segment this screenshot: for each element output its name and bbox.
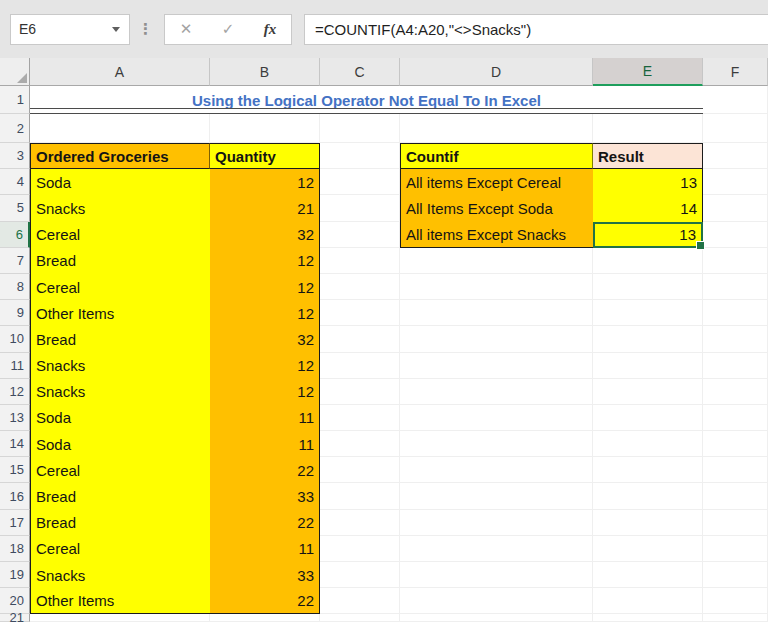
cell-D6[interactable]: All items Except Snacks — [400, 222, 593, 248]
cell-D19[interactable] — [400, 562, 593, 588]
cell-B17[interactable]: 22 — [210, 510, 320, 536]
cell-B6[interactable]: 32 — [210, 222, 320, 248]
cell-D21[interactable] — [400, 614, 593, 622]
column-header-C[interactable]: C — [320, 58, 400, 86]
cell-D3[interactable]: Countif — [400, 143, 593, 169]
row-header-11[interactable]: 11 — [0, 353, 30, 379]
cell-C13[interactable] — [320, 405, 400, 431]
cell-A18[interactable]: Cereal — [30, 536, 210, 562]
row-header-12[interactable]: 12 — [0, 379, 30, 405]
cell-D16[interactable] — [400, 483, 593, 509]
row-header-14[interactable]: 14 — [0, 431, 30, 457]
select-all-corner[interactable] — [0, 58, 30, 86]
cell-E4[interactable]: 13 — [593, 169, 703, 195]
cell-B7[interactable]: 12 — [210, 248, 320, 274]
cell-F19[interactable] — [703, 562, 768, 588]
cell-E20[interactable] — [593, 588, 703, 614]
cancel-icon[interactable]: ✕ — [180, 20, 193, 38]
cell-C7[interactable] — [320, 248, 400, 274]
cell-D8[interactable] — [400, 274, 593, 300]
cell-E19[interactable] — [593, 562, 703, 588]
name-box[interactable]: E6 — [10, 14, 130, 45]
cell-C4[interactable] — [320, 169, 400, 195]
cell-E11[interactable] — [593, 353, 703, 379]
cell-C21[interactable] — [320, 614, 400, 622]
cell-B11[interactable]: 12 — [210, 353, 320, 379]
cell-C9[interactable] — [320, 300, 400, 326]
cell-E8[interactable] — [593, 274, 703, 300]
cell-A7[interactable]: Bread — [30, 248, 210, 274]
row-header-13[interactable]: 13 — [0, 405, 30, 431]
cell-E18[interactable] — [593, 536, 703, 562]
cell-B21[interactable] — [210, 614, 320, 622]
cell-F14[interactable] — [703, 431, 768, 457]
row-header-15[interactable]: 15 — [0, 457, 30, 483]
cell-D17[interactable] — [400, 510, 593, 536]
row-header-17[interactable]: 17 — [0, 510, 30, 536]
cell-D10[interactable] — [400, 326, 593, 352]
cell-B14[interactable]: 11 — [210, 431, 320, 457]
row-header-7[interactable]: 7 — [0, 248, 30, 274]
cell-A15[interactable]: Cereal — [30, 457, 210, 483]
cell-C2[interactable] — [320, 114, 400, 143]
cell-C15[interactable] — [320, 457, 400, 483]
cell-F20[interactable] — [703, 588, 768, 614]
row-header-8[interactable]: 8 — [0, 274, 30, 300]
cell-F12[interactable] — [703, 379, 768, 405]
cell-F15[interactable] — [703, 457, 768, 483]
cell-F21[interactable] — [703, 614, 768, 622]
row-header-1[interactable]: 1 — [0, 86, 30, 114]
cell-A10[interactable]: Bread — [30, 326, 210, 352]
cell-D7[interactable] — [400, 248, 593, 274]
column-header-E[interactable]: E — [593, 58, 703, 86]
cell-F16[interactable] — [703, 483, 768, 509]
cell-D15[interactable] — [400, 457, 593, 483]
column-header-B[interactable]: B — [210, 58, 320, 86]
cell-E13[interactable] — [593, 405, 703, 431]
cell-F6[interactable] — [703, 222, 768, 248]
cell-C17[interactable] — [320, 510, 400, 536]
cell-B3[interactable]: Quantity — [210, 143, 320, 169]
cell-A8[interactable]: Cereal — [30, 274, 210, 300]
cell-E7[interactable] — [593, 248, 703, 274]
cell-D2[interactable] — [400, 114, 593, 143]
cell-B12[interactable]: 12 — [210, 379, 320, 405]
cell-E3[interactable]: Result — [593, 143, 703, 169]
cell-A16[interactable]: Bread — [30, 483, 210, 509]
cell-C18[interactable] — [320, 536, 400, 562]
cell-A11[interactable]: Snacks — [30, 353, 210, 379]
cell-F3[interactable] — [703, 143, 768, 169]
cell-D9[interactable] — [400, 300, 593, 326]
column-header-D[interactable]: D — [400, 58, 593, 86]
cell-C6[interactable] — [320, 222, 400, 248]
cell-A4[interactable]: Soda — [30, 169, 210, 195]
cell-F2[interactable] — [703, 114, 768, 143]
cell-A12[interactable]: Snacks — [30, 379, 210, 405]
cell-F10[interactable] — [703, 326, 768, 352]
cell-B2[interactable] — [210, 114, 320, 143]
row-header-2[interactable]: 2 — [0, 114, 30, 143]
cell-E2[interactable] — [593, 114, 703, 143]
cell-D18[interactable] — [400, 536, 593, 562]
cell-A14[interactable]: Soda — [30, 431, 210, 457]
cell-B19[interactable]: 33 — [210, 562, 320, 588]
cell-D5[interactable]: All Items Except Soda — [400, 195, 593, 221]
cell-E5[interactable]: 14 — [593, 195, 703, 221]
cell-E6-active[interactable]: 13 — [593, 222, 703, 248]
cell-E14[interactable] — [593, 431, 703, 457]
cell-E9[interactable] — [593, 300, 703, 326]
cell-C14[interactable] — [320, 431, 400, 457]
cell-D14[interactable] — [400, 431, 593, 457]
cell-C16[interactable] — [320, 483, 400, 509]
cell-E10[interactable] — [593, 326, 703, 352]
cell-F9[interactable] — [703, 300, 768, 326]
cell-E15[interactable] — [593, 457, 703, 483]
cell-A19[interactable]: Snacks — [30, 562, 210, 588]
cell-C12[interactable] — [320, 379, 400, 405]
row-header-19[interactable]: 19 — [0, 562, 30, 588]
formula-input[interactable]: =COUNTIF(A4:A20,"<>Snacks") — [304, 14, 768, 45]
cell-C3[interactable] — [320, 143, 400, 169]
cell-C10[interactable] — [320, 326, 400, 352]
cell-C20[interactable] — [320, 588, 400, 614]
row-header-21[interactable]: 21 — [0, 614, 30, 622]
